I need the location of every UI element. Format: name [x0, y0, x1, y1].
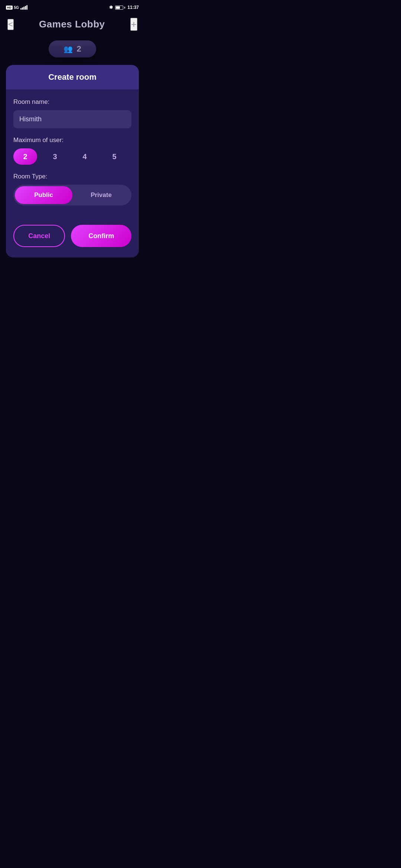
time-display: 11:37: [127, 5, 139, 10]
5g-badge: 5G: [14, 6, 19, 10]
create-room-modal: Create room Room name: Maximum of user: …: [6, 65, 139, 257]
back-button[interactable]: <: [7, 19, 14, 30]
room-type-private[interactable]: Private: [72, 186, 130, 204]
header: < Games Lobby +: [0, 13, 145, 37]
room-type-public[interactable]: Public: [15, 186, 72, 204]
user-count-options: 2 3 4 5: [13, 148, 131, 165]
player-badge: 👥 2: [49, 40, 96, 57]
confirm-button[interactable]: Confirm: [71, 225, 131, 247]
hd-badge: HD: [6, 6, 13, 10]
battery-icon: [115, 6, 125, 10]
room-name-label: Room name:: [13, 98, 131, 106]
signal-bars: [20, 5, 27, 10]
page-title: Games Lobby: [39, 19, 105, 30]
user-count-2[interactable]: 2: [13, 148, 37, 165]
max-user-label: Maximum of user:: [13, 137, 131, 144]
room-type-toggle: Public Private: [13, 185, 131, 206]
modal-footer: Cancel Confirm: [6, 225, 139, 257]
people-icon: 👥: [63, 45, 73, 53]
player-badge-wrapper: 👥 2: [0, 40, 145, 57]
add-button[interactable]: +: [130, 18, 137, 31]
room-name-input[interactable]: [13, 110, 131, 128]
cancel-button[interactable]: Cancel: [13, 225, 65, 247]
status-right: ✱ 11:37: [109, 5, 139, 10]
modal-header: Create room: [6, 65, 139, 89]
room-type-label: Room Type:: [13, 173, 131, 180]
user-count-4[interactable]: 4: [73, 148, 97, 165]
status-left: HD 5G: [6, 5, 27, 10]
room-type-section: Room Type: Public Private: [13, 173, 131, 206]
bluetooth-icon: ✱: [109, 5, 113, 10]
modal-title: Create room: [13, 72, 131, 82]
user-count-5[interactable]: 5: [102, 148, 126, 165]
player-count: 2: [76, 44, 81, 54]
modal-body: Room name: Maximum of user: 2 3 4 5 Room…: [6, 89, 139, 225]
user-count-3[interactable]: 3: [43, 148, 67, 165]
status-bar: HD 5G ✱ 11:37: [0, 0, 145, 13]
max-user-section: Maximum of user: 2 3 4 5: [13, 137, 131, 165]
